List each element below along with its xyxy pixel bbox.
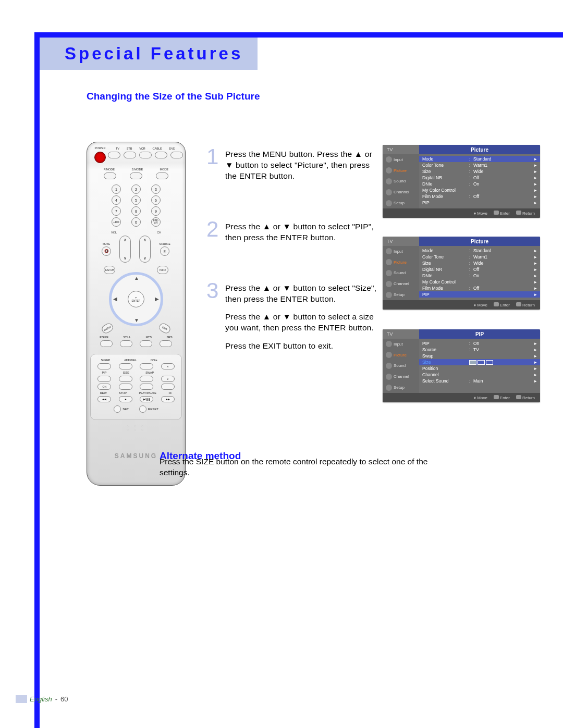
- osd-row: Size:Wide▸: [422, 260, 537, 266]
- num-1-button[interactable]: 1: [112, 184, 121, 194]
- num-6-button[interactable]: 6: [151, 195, 161, 205]
- osd-side-icon: [386, 341, 392, 347]
- footer-dash: -: [55, 695, 57, 703]
- mute-button[interactable]: 🔇: [102, 246, 111, 256]
- mode-button[interactable]: [156, 172, 168, 179]
- caret-up-button[interactable]: ∧: [161, 363, 175, 369]
- mts-button[interactable]: [140, 340, 152, 347]
- device-tv-button[interactable]: [108, 152, 120, 158]
- num-9-button[interactable]: 9: [151, 206, 161, 216]
- enter-button[interactable]: ↵ENTER: [128, 291, 144, 307]
- steps-column: 1 Press the MENU button. Press the ▲ or …: [206, 146, 378, 388]
- power-button[interactable]: [94, 152, 106, 163]
- num-0-button[interactable]: 0: [131, 217, 141, 227]
- device-vcr-button[interactable]: [139, 152, 152, 158]
- dnie-button[interactable]: [140, 363, 153, 369]
- source-button[interactable]: ⎘: [160, 246, 169, 256]
- osd-side-item: Picture: [383, 350, 419, 361]
- pip-button[interactable]: [97, 376, 111, 382]
- osd-row: Mode:Standard▸: [422, 248, 537, 254]
- osd-title: Picture: [419, 145, 540, 154]
- osd-sidebar: InputPictureSoundChannelSetup: [383, 246, 419, 300]
- reset-button[interactable]: [139, 405, 146, 413]
- osd-side-item: Input: [383, 154, 419, 165]
- footer-language: English: [30, 695, 52, 703]
- arrow-left-icon[interactable]: ◀: [113, 296, 117, 302]
- on-button[interactable]: ON: [97, 384, 111, 390]
- size-button[interactable]: [119, 376, 132, 382]
- step-2: 2 Press the ▲ or ▼ button to select "PIP…: [206, 218, 378, 243]
- rew-button[interactable]: ◀◀: [97, 396, 111, 402]
- smode-button[interactable]: [130, 172, 142, 179]
- osd-pip-menu: TV PIP InputPictureSoundChannelSetup PIP…: [383, 329, 540, 402]
- page-title: Special Features: [65, 44, 243, 64]
- still-button[interactable]: [120, 340, 132, 347]
- osd-side-item: Channel: [383, 371, 419, 382]
- stop-button[interactable]: ■: [119, 396, 132, 402]
- device-cable-button[interactable]: [155, 152, 167, 158]
- osd-row: Digital NR:Off▸: [422, 175, 537, 181]
- exit-button[interactable]: EXIT: [157, 322, 172, 335]
- num-5-button[interactable]: 5: [131, 195, 141, 205]
- prech-button[interactable]: PRE-CH: [151, 217, 161, 227]
- arrow-right-icon[interactable]: ▶: [155, 296, 159, 302]
- page-frame: Special Features Changing the Size of th…: [34, 32, 563, 728]
- device-stb-button[interactable]: [124, 152, 136, 158]
- favch-button[interactable]: FAV.CH: [104, 266, 115, 274]
- step-number: 3: [206, 280, 220, 352]
- plus100-button[interactable]: +100: [112, 217, 121, 227]
- osd-tv-tab: TV: [383, 329, 419, 339]
- osd-tv-tab: TV: [383, 145, 419, 154]
- num-4-button[interactable]: 4: [112, 195, 121, 205]
- srs-button[interactable]: [160, 340, 172, 347]
- osd-side-item: Sound: [383, 361, 419, 372]
- osd-side-item: Setup: [383, 198, 419, 208]
- swap-button[interactable]: [140, 376, 153, 382]
- footer-page-number: 60: [60, 695, 68, 703]
- num-7-button[interactable]: 7: [112, 206, 121, 216]
- footer-accent-bar: [16, 695, 27, 703]
- info-button[interactable]: INFO: [157, 266, 168, 274]
- arrow-down-icon[interactable]: ▼: [134, 317, 139, 323]
- osd-side-item: Channel: [383, 278, 419, 289]
- caret-down-button[interactable]: ∨: [161, 376, 175, 382]
- remote-illustration: POWER TV STB VCR CABLE DVD: [87, 142, 186, 486]
- osd-side-icon: [386, 292, 392, 298]
- osd-row: Digital NR:Off▸: [422, 266, 537, 273]
- set-button[interactable]: [114, 405, 121, 413]
- volume-rocker[interactable]: ∧∨: [119, 236, 131, 263]
- pmode-button[interactable]: [104, 172, 116, 179]
- lower-panel: SLEEPADD/DELDNIe ∧ PIPSIZESWAP ∨ ON REWS…: [90, 354, 182, 420]
- dpad: FAV.CH INFO MENU EXIT ▲ ▼ ◀ ▶ ↵ENTER: [105, 268, 167, 330]
- osd-footer: ♦ MoveEnterReturn: [383, 208, 540, 218]
- osd-side-icon: [386, 178, 392, 184]
- playpause-button[interactable]: ▶/❚❚: [140, 396, 153, 402]
- osd-row: DNIe:On▸: [422, 181, 537, 187]
- osd-side-icon: [386, 189, 392, 195]
- osd-row: Channel▸: [422, 372, 537, 378]
- arrow-up-icon[interactable]: ▲: [134, 275, 139, 281]
- osd-row: Select Sound:Main▸: [422, 378, 537, 384]
- menu-button[interactable]: MENU: [100, 322, 114, 335]
- num-2-button[interactable]: 2: [131, 184, 141, 194]
- osd-list: PIP:On▸Source:TV▸Swap▸Size▸Position▸Chan…: [419, 339, 540, 393]
- osd-row: PIP:On▸: [422, 340, 537, 347]
- device-labels: TV STB VCR CABLE DVD: [112, 147, 179, 150]
- psize-button[interactable]: [100, 340, 113, 347]
- ff-button[interactable]: ▶▶: [161, 396, 175, 402]
- osd-row: Film Mode:Off▸: [422, 193, 537, 200]
- adddel-button[interactable]: [119, 363, 132, 369]
- osd-side-icon: [386, 167, 392, 174]
- num-3-button[interactable]: 3: [151, 184, 161, 194]
- device-dvd-button[interactable]: [170, 152, 183, 158]
- power-label: POWER: [92, 146, 108, 150]
- num-8-button[interactable]: 8: [131, 206, 141, 216]
- osd-footer: ♦ MoveEnterReturn: [383, 300, 540, 310]
- osd-picture-menu-2: TV Picture InputPictureSoundChannelSetup…: [383, 237, 540, 310]
- osd-row: Color Tone:Warm1▸: [422, 162, 537, 168]
- osd-side-icon: [386, 374, 392, 380]
- osd-title: PIP: [419, 329, 540, 339]
- sleep-button[interactable]: [97, 363, 111, 369]
- channel-rocker[interactable]: ∧∨: [139, 236, 151, 263]
- osd-side-item: Sound: [383, 176, 419, 187]
